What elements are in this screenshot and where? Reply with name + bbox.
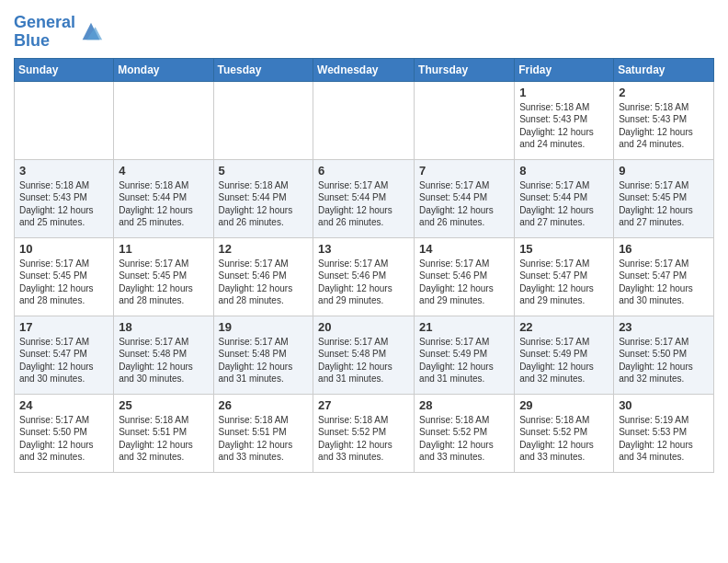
week-row-3: 10Sunrise: 5:17 AM Sunset: 5:45 PM Dayli… [15, 237, 714, 316]
day-number: 14 [419, 242, 509, 256]
day-info: Sunrise: 5:18 AM Sunset: 5:44 PM Dayligh… [219, 179, 309, 229]
col-header-monday: Monday [114, 58, 213, 81]
col-header-tuesday: Tuesday [213, 58, 313, 81]
day-cell: 5Sunrise: 5:18 AM Sunset: 5:44 PM Daylig… [213, 159, 313, 237]
day-cell: 2Sunrise: 5:18 AM Sunset: 5:43 PM Daylig… [614, 81, 714, 159]
page: General Blue SundayMondayTuesdayWednesda… [0, 0, 728, 487]
day-number: 25 [119, 398, 208, 412]
day-number: 1 [519, 86, 609, 99]
day-info: Sunrise: 5:18 AM Sunset: 5:52 PM Dayligh… [318, 414, 409, 464]
header: General Blue [14, 9, 714, 51]
calendar-header-row: SundayMondayTuesdayWednesdayThursdayFrid… [15, 58, 714, 81]
logo-icon [78, 18, 104, 44]
logo: General Blue [14, 14, 104, 51]
day-info: Sunrise: 5:17 AM Sunset: 5:44 PM Dayligh… [519, 179, 609, 229]
day-info: Sunrise: 5:17 AM Sunset: 5:45 PM Dayligh… [619, 179, 709, 229]
day-number: 5 [219, 164, 309, 178]
day-info: Sunrise: 5:17 AM Sunset: 5:44 PM Dayligh… [318, 179, 409, 229]
logo-general: General [14, 13, 75, 31]
day-cell [213, 81, 313, 159]
day-cell: 3Sunrise: 5:18 AM Sunset: 5:43 PM Daylig… [15, 159, 114, 237]
day-info: Sunrise: 5:18 AM Sunset: 5:43 PM Dayligh… [19, 179, 108, 229]
day-cell: 16Sunrise: 5:17 AM Sunset: 5:47 PM Dayli… [614, 237, 714, 316]
day-cell: 12Sunrise: 5:17 AM Sunset: 5:46 PM Dayli… [213, 237, 313, 316]
day-cell: 10Sunrise: 5:17 AM Sunset: 5:45 PM Dayli… [15, 237, 114, 316]
logo-text: General Blue [14, 14, 75, 51]
day-cell: 13Sunrise: 5:17 AM Sunset: 5:46 PM Dayli… [313, 237, 415, 316]
day-cell: 21Sunrise: 5:17 AM Sunset: 5:49 PM Dayli… [415, 316, 515, 394]
calendar-table: SundayMondayTuesdayWednesdayThursdayFrid… [14, 58, 714, 473]
day-number: 17 [19, 320, 108, 334]
day-info: Sunrise: 5:17 AM Sunset: 5:49 PM Dayligh… [419, 336, 509, 385]
day-info: Sunrise: 5:18 AM Sunset: 5:43 PM Dayligh… [519, 101, 609, 151]
day-info: Sunrise: 5:17 AM Sunset: 5:49 PM Dayligh… [519, 336, 609, 385]
day-number: 10 [19, 242, 108, 256]
col-header-friday: Friday [515, 58, 614, 81]
day-number: 26 [219, 398, 309, 412]
day-cell: 1Sunrise: 5:18 AM Sunset: 5:43 PM Daylig… [515, 81, 614, 159]
day-info: Sunrise: 5:18 AM Sunset: 5:51 PM Dayligh… [119, 414, 208, 464]
week-row-4: 17Sunrise: 5:17 AM Sunset: 5:47 PM Dayli… [15, 316, 714, 394]
day-info: Sunrise: 5:17 AM Sunset: 5:48 PM Dayligh… [119, 336, 208, 385]
day-number: 9 [619, 164, 709, 178]
day-info: Sunrise: 5:18 AM Sunset: 5:43 PM Dayligh… [619, 101, 709, 151]
day-number: 29 [519, 398, 609, 412]
day-number: 4 [119, 164, 208, 178]
day-cell: 30Sunrise: 5:19 AM Sunset: 5:53 PM Dayli… [614, 394, 714, 472]
day-number: 20 [318, 320, 409, 334]
day-info: Sunrise: 5:19 AM Sunset: 5:53 PM Dayligh… [619, 414, 709, 464]
day-number: 15 [519, 242, 609, 256]
day-info: Sunrise: 5:17 AM Sunset: 5:46 PM Dayligh… [219, 258, 309, 307]
day-info: Sunrise: 5:18 AM Sunset: 5:51 PM Dayligh… [219, 414, 309, 464]
day-cell: 9Sunrise: 5:17 AM Sunset: 5:45 PM Daylig… [614, 159, 714, 237]
day-cell: 8Sunrise: 5:17 AM Sunset: 5:44 PM Daylig… [515, 159, 614, 237]
day-info: Sunrise: 5:18 AM Sunset: 5:52 PM Dayligh… [419, 414, 509, 464]
day-info: Sunrise: 5:17 AM Sunset: 5:45 PM Dayligh… [19, 258, 108, 307]
day-number: 18 [119, 320, 208, 334]
day-number: 8 [519, 164, 609, 178]
day-info: Sunrise: 5:17 AM Sunset: 5:47 PM Dayligh… [619, 258, 709, 307]
day-cell: 26Sunrise: 5:18 AM Sunset: 5:51 PM Dayli… [213, 394, 313, 472]
day-cell: 20Sunrise: 5:17 AM Sunset: 5:48 PM Dayli… [313, 316, 415, 394]
day-number: 7 [419, 164, 509, 178]
day-cell: 4Sunrise: 5:18 AM Sunset: 5:44 PM Daylig… [114, 159, 213, 237]
day-info: Sunrise: 5:17 AM Sunset: 5:47 PM Dayligh… [19, 336, 108, 385]
day-cell [114, 81, 213, 159]
day-cell: 23Sunrise: 5:17 AM Sunset: 5:50 PM Dayli… [614, 316, 714, 394]
day-info: Sunrise: 5:18 AM Sunset: 5:44 PM Dayligh… [119, 179, 208, 229]
day-number: 11 [119, 242, 208, 256]
day-info: Sunrise: 5:17 AM Sunset: 5:48 PM Dayligh… [318, 336, 409, 385]
week-row-1: 1Sunrise: 5:18 AM Sunset: 5:43 PM Daylig… [15, 81, 714, 159]
day-number: 13 [318, 242, 409, 256]
day-cell: 25Sunrise: 5:18 AM Sunset: 5:51 PM Dayli… [114, 394, 213, 472]
day-info: Sunrise: 5:17 AM Sunset: 5:46 PM Dayligh… [318, 258, 409, 307]
day-cell: 6Sunrise: 5:17 AM Sunset: 5:44 PM Daylig… [313, 159, 415, 237]
day-number: 24 [19, 398, 108, 412]
day-number: 19 [219, 320, 309, 334]
day-cell: 22Sunrise: 5:17 AM Sunset: 5:49 PM Dayli… [515, 316, 614, 394]
day-cell: 17Sunrise: 5:17 AM Sunset: 5:47 PM Dayli… [15, 316, 114, 394]
day-number: 3 [19, 164, 108, 178]
day-info: Sunrise: 5:17 AM Sunset: 5:50 PM Dayligh… [19, 414, 108, 464]
day-cell: 7Sunrise: 5:17 AM Sunset: 5:44 PM Daylig… [415, 159, 515, 237]
day-cell: 29Sunrise: 5:18 AM Sunset: 5:52 PM Dayli… [515, 394, 614, 472]
day-info: Sunrise: 5:17 AM Sunset: 5:47 PM Dayligh… [519, 258, 609, 307]
day-number: 12 [219, 242, 309, 256]
day-number: 2 [619, 86, 709, 99]
day-info: Sunrise: 5:17 AM Sunset: 5:44 PM Dayligh… [419, 179, 509, 229]
col-header-wednesday: Wednesday [313, 58, 415, 81]
day-cell [313, 81, 415, 159]
day-info: Sunrise: 5:18 AM Sunset: 5:52 PM Dayligh… [519, 414, 609, 464]
col-header-thursday: Thursday [415, 58, 515, 81]
day-number: 27 [318, 398, 409, 412]
day-cell: 24Sunrise: 5:17 AM Sunset: 5:50 PM Dayli… [15, 394, 114, 472]
day-number: 22 [519, 320, 609, 334]
day-info: Sunrise: 5:17 AM Sunset: 5:45 PM Dayligh… [119, 258, 208, 307]
day-number: 6 [318, 164, 409, 178]
day-info: Sunrise: 5:17 AM Sunset: 5:48 PM Dayligh… [219, 336, 309, 385]
day-cell: 27Sunrise: 5:18 AM Sunset: 5:52 PM Dayli… [313, 394, 415, 472]
day-number: 30 [619, 398, 709, 412]
day-info: Sunrise: 5:17 AM Sunset: 5:46 PM Dayligh… [419, 258, 509, 307]
day-cell: 28Sunrise: 5:18 AM Sunset: 5:52 PM Dayli… [415, 394, 515, 472]
logo-blue: Blue [14, 31, 50, 50]
